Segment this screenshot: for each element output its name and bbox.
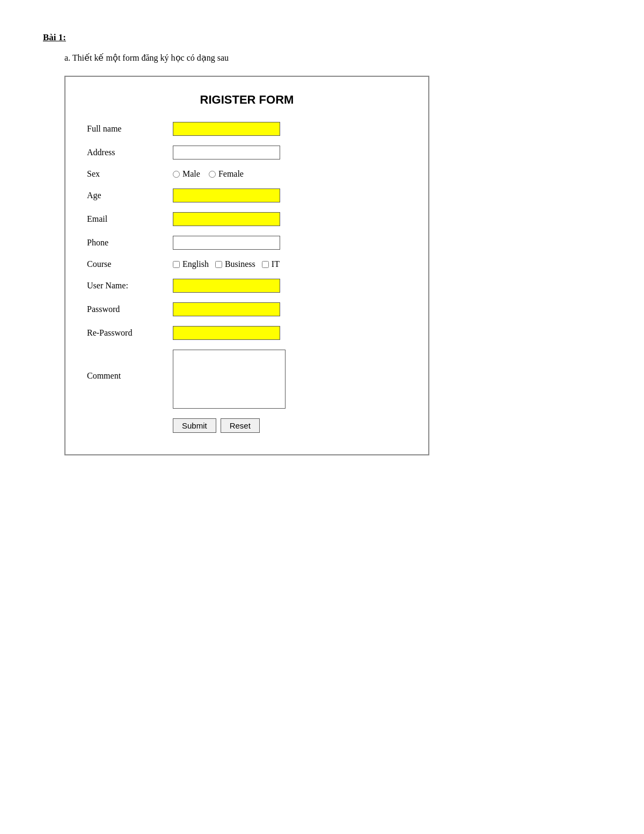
reset-button[interactable]: Reset — [221, 418, 260, 433]
button-row: Submit Reset — [173, 418, 407, 433]
address-row: Address — [87, 146, 407, 159]
fullname-label: Full name — [87, 124, 173, 134]
phone-label: Phone — [87, 238, 173, 248]
sex-row: Sex Male Female — [87, 169, 407, 179]
address-input[interactable] — [173, 146, 280, 159]
phone-row: Phone — [87, 236, 407, 250]
email-input[interactable] — [173, 212, 280, 226]
email-row: Email — [87, 212, 407, 226]
business-checkbox[interactable] — [215, 261, 222, 268]
course-label: Course — [87, 259, 173, 269]
form-title: RIGISTER FORM — [87, 93, 407, 107]
business-checkbox-text: Business — [225, 259, 255, 269]
sex-radio-group: Male Female — [173, 169, 244, 179]
repassword-label: Re-Password — [87, 328, 173, 338]
it-checkbox[interactable] — [262, 261, 269, 268]
password-input[interactable] — [173, 302, 280, 316]
username-row: User Name: — [87, 279, 407, 293]
female-radio-text: Female — [218, 169, 244, 179]
page-heading: Bài 1: — [43, 32, 601, 43]
comment-textarea[interactable] — [173, 350, 286, 409]
male-radio-label[interactable]: Male — [173, 169, 200, 179]
age-row: Age — [87, 188, 407, 202]
repassword-row: Re-Password — [87, 326, 407, 340]
phone-input[interactable] — [173, 236, 280, 250]
course-row: Course English Business IT — [87, 259, 407, 269]
comment-label: Comment — [87, 350, 173, 381]
english-checkbox-label[interactable]: English — [173, 259, 209, 269]
age-label: Age — [87, 191, 173, 200]
email-label: Email — [87, 214, 173, 224]
it-checkbox-text: IT — [272, 259, 280, 269]
female-radio-label[interactable]: Female — [209, 169, 244, 179]
sub-instruction: a. Thiết kế một form đăng ký học có dạng… — [64, 53, 601, 63]
male-radio[interactable] — [173, 171, 180, 178]
username-label: User Name: — [87, 281, 173, 291]
address-label: Address — [87, 148, 173, 157]
male-radio-text: Male — [182, 169, 200, 179]
female-radio[interactable] — [209, 171, 216, 178]
course-checkbox-group: English Business IT — [173, 259, 280, 269]
password-row: Password — [87, 302, 407, 316]
comment-row: Comment — [87, 350, 407, 409]
form-container: RIGISTER FORM Full name Address Sex Male… — [64, 76, 429, 455]
it-checkbox-label[interactable]: IT — [262, 259, 280, 269]
sex-label: Sex — [87, 169, 173, 179]
password-label: Password — [87, 304, 173, 314]
english-checkbox[interactable] — [173, 261, 180, 268]
business-checkbox-label[interactable]: Business — [215, 259, 255, 269]
fullname-row: Full name — [87, 122, 407, 136]
repassword-input[interactable] — [173, 326, 280, 340]
english-checkbox-text: English — [182, 259, 209, 269]
username-input[interactable] — [173, 279, 280, 293]
age-input[interactable] — [173, 188, 280, 202]
submit-button[interactable]: Submit — [173, 418, 216, 433]
fullname-input[interactable] — [173, 122, 280, 136]
